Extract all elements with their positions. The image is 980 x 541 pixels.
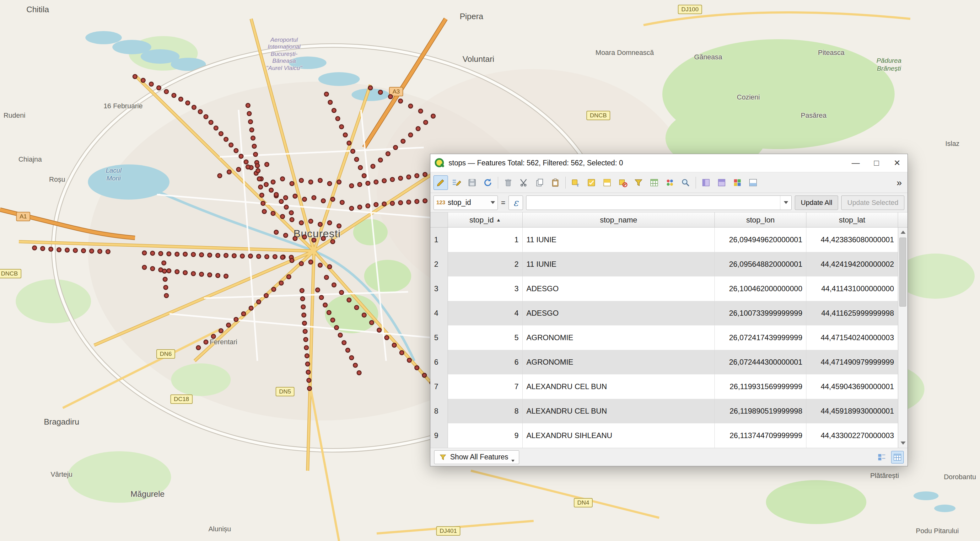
stop-dot[interactable] — [191, 252, 196, 257]
stop-dot[interactable] — [330, 239, 335, 244]
stop-dot[interactable] — [407, 358, 412, 363]
stop-dot[interactable] — [161, 261, 166, 266]
stop-dot[interactable] — [327, 181, 332, 186]
stop-dot[interactable] — [164, 89, 169, 94]
stop-dot[interactable] — [384, 335, 389, 340]
stop-dot[interactable] — [245, 164, 250, 169]
stop-dot[interactable] — [73, 248, 78, 253]
stop-dot[interactable] — [408, 132, 413, 137]
stop-dot[interactable] — [323, 302, 328, 307]
stop-dot[interactable] — [358, 165, 363, 170]
stop-dot[interactable] — [328, 100, 333, 105]
stop-dot[interactable] — [393, 145, 398, 150]
stop-dot[interactable] — [217, 173, 222, 178]
stop-dot[interactable] — [286, 274, 291, 279]
stop-dot[interactable] — [354, 157, 359, 162]
cell-stop_name[interactable]: 11 IUNIE — [523, 252, 715, 277]
stop-dot[interactable] — [330, 318, 335, 323]
stop-dot[interactable] — [163, 285, 168, 290]
stop-dot[interactable] — [318, 178, 323, 183]
table-row[interactable]: 77ALEXANDRU CEL BUN26,11993156999999944,… — [430, 374, 898, 399]
stop-dot[interactable] — [330, 197, 335, 202]
cell-stop_lon[interactable]: 26,113744709999999 — [715, 423, 807, 448]
multiedit-button[interactable] — [449, 175, 464, 190]
stop-dot[interactable] — [362, 313, 367, 318]
stop-dot[interactable] — [290, 258, 294, 263]
stop-dot[interactable] — [270, 180, 275, 185]
stop-dot[interactable] — [299, 220, 304, 225]
stop-dot[interactable] — [353, 363, 358, 368]
stop-dot[interactable] — [302, 234, 307, 239]
stop-dot[interactable] — [349, 206, 354, 211]
scroll-thumb[interactable] — [899, 237, 906, 307]
stop-dot[interactable] — [239, 154, 243, 159]
stop-dot[interactable] — [226, 323, 231, 328]
stop-dot[interactable] — [347, 141, 352, 146]
table-row[interactable]: 88ALEXANDRU CEL BUN26,11989051999999844,… — [430, 399, 898, 423]
stop-dot[interactable] — [299, 288, 304, 293]
cell-stop_lon[interactable]: 26,072444300000001 — [715, 350, 807, 374]
stop-dot[interactable] — [357, 205, 362, 210]
stop-dot[interactable] — [283, 233, 288, 238]
field-select-combo[interactable]: 123 stop_id — [433, 196, 498, 210]
stop-dot[interactable] — [368, 85, 373, 91]
toolbar-overflow-button[interactable]: » — [894, 177, 904, 188]
table-row[interactable]: 44ADESGO26,10073399999999944,41162599999… — [430, 301, 898, 325]
stop-dot[interactable] — [327, 220, 332, 225]
stop-dot[interactable] — [324, 92, 329, 97]
stop-dot[interactable] — [207, 253, 212, 258]
stop-dot[interactable] — [382, 178, 387, 183]
stop-dot[interactable] — [57, 247, 62, 252]
organize-columns-button[interactable] — [647, 175, 662, 190]
stop-dot[interactable] — [158, 251, 163, 256]
stop-dot[interactable] — [183, 270, 188, 275]
stop-dot[interactable] — [334, 325, 339, 330]
stop-dot[interactable] — [283, 195, 288, 200]
stop-dot[interactable] — [264, 162, 269, 167]
stop-dot[interactable] — [241, 311, 246, 316]
stop-dot[interactable] — [279, 280, 284, 286]
delete-features-button[interactable] — [501, 175, 515, 190]
vertical-scrollbar[interactable] — [898, 228, 907, 448]
cell-stop_lat[interactable]: 44,411625999999998 — [807, 301, 898, 325]
cell-row-number[interactable]: 4 — [430, 301, 448, 325]
cell-stop_lon[interactable]: 26,094949620000001 — [715, 228, 807, 252]
stop-dot[interactable] — [284, 205, 289, 210]
stop-dot[interactable] — [398, 176, 403, 181]
cell-row-number[interactable]: 5 — [430, 325, 448, 350]
save-edits-button[interactable] — [465, 175, 479, 190]
stop-dot[interactable] — [365, 203, 371, 208]
stop-dot[interactable] — [327, 264, 332, 269]
stop-dot[interactable] — [339, 290, 344, 295]
stop-dot[interactable] — [422, 373, 427, 378]
stop-dot[interactable] — [423, 198, 428, 203]
stop-dot[interactable] — [340, 200, 345, 205]
stop-dot[interactable] — [423, 120, 428, 125]
stop-dot[interactable] — [199, 252, 204, 257]
stop-dot[interactable] — [378, 90, 383, 95]
stop-dot[interactable] — [304, 345, 309, 350]
stop-dot[interactable] — [290, 217, 294, 222]
stop-dot[interactable] — [293, 236, 298, 241]
stop-dot[interactable] — [306, 378, 312, 383]
stop-dot[interactable] — [259, 193, 264, 198]
feature-filter-menu-button[interactable]: Show All Features — [434, 450, 519, 464]
stop-dot[interactable] — [141, 78, 146, 83]
corner-header-cell[interactable] — [430, 212, 448, 227]
stop-dot[interactable] — [326, 310, 331, 315]
stop-dot[interactable] — [337, 180, 342, 185]
zoom-to-selection-button[interactable] — [678, 175, 693, 190]
stop-dot[interactable] — [357, 182, 362, 187]
stop-dot[interactable] — [211, 334, 216, 339]
cell-stop_lon[interactable]: 26,095648820000001 — [715, 252, 807, 277]
cell-stop_lon[interactable]: 26,072417439999999 — [715, 325, 807, 350]
stop-dot[interactable] — [293, 194, 298, 199]
cell-stop_lat[interactable]: 44,433002270000003 — [807, 423, 898, 448]
stop-dot[interactable] — [377, 328, 382, 333]
stop-dot[interactable] — [248, 253, 253, 259]
field-calculator-button[interactable] — [663, 175, 677, 190]
cell-stop_name[interactable]: ALEXANDRU CEL BUN — [523, 399, 715, 423]
cell-row-number[interactable]: 2 — [430, 252, 448, 277]
stop-dot[interactable] — [150, 251, 155, 256]
cell-row-number[interactable]: 6 — [430, 350, 448, 374]
